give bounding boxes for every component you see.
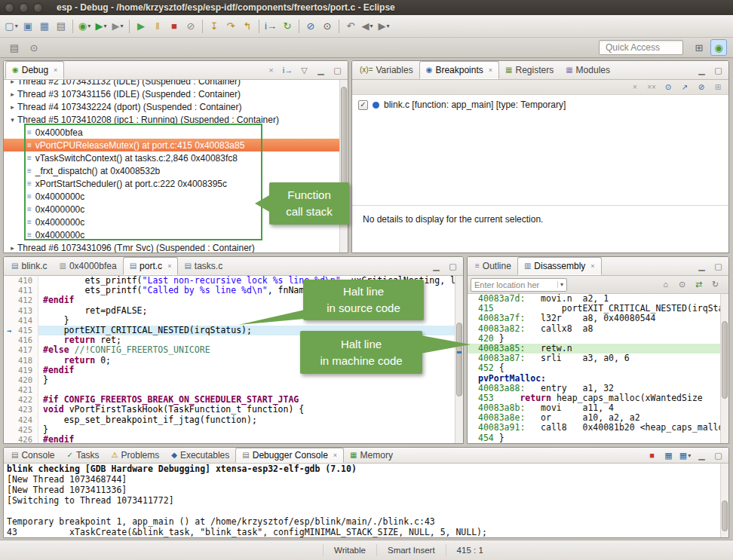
run-icon[interactable]: ▶▾ bbox=[93, 18, 109, 35]
breakpoint-list-item[interactable]: ✓ blink.c [function: app_main] [type: Te… bbox=[352, 95, 728, 115]
location-dropdown-icon[interactable]: ▾ bbox=[557, 281, 563, 288]
debug-stack-frame-row[interactable]: ≡0x4000bfea bbox=[4, 126, 339, 139]
close-tab-icon[interactable]: × bbox=[54, 66, 57, 74]
link-with-active-debug-context-icon[interactable]: ⇄ bbox=[692, 278, 705, 291]
toolbar-search-icon[interactable]: ⊙ bbox=[26, 39, 42, 56]
tab-registers[interactable]: ▦Registers bbox=[499, 61, 560, 79]
tab-problems[interactable]: ⚠Problems bbox=[106, 448, 166, 463]
show-breakpoints-supported-icon[interactable]: ⊙ bbox=[662, 81, 674, 93]
instruction-stepping-icon[interactable]: i→ bbox=[262, 18, 279, 35]
disassembly-listing[interactable]: 40083a7d: movi.n a2, 1415 portEXIT_CRITI… bbox=[468, 294, 720, 443]
skip-all-breakpoints-icon[interactable]: ⊘ bbox=[302, 18, 319, 35]
maximize-view-icon[interactable]: ▢ bbox=[446, 260, 459, 273]
restart-icon[interactable]: ↻ bbox=[279, 18, 296, 35]
suspend-icon[interactable]: ‖ bbox=[149, 18, 166, 35]
tab-port-c[interactable]: ▤port.c× bbox=[123, 257, 179, 275]
tab-console[interactable]: ▤Console bbox=[5, 448, 60, 463]
breakpoint-checkbox[interactable]: ✓ bbox=[358, 100, 368, 110]
forward-icon[interactable]: ▶▾ bbox=[376, 18, 392, 35]
debug-thread-row[interactable]: ▸Thread #4 1073432224 (dport) (Suspended… bbox=[4, 100, 339, 113]
save-icon[interactable]: ▣ bbox=[20, 18, 36, 35]
new-c-file-icon[interactable]: ▤ bbox=[6, 39, 23, 56]
tab-memory[interactable]: ▦Memory bbox=[344, 448, 399, 463]
debug-thread-row[interactable]: ▸Thread #2 1073431132 (IDLE) (Suspended … bbox=[4, 80, 339, 87]
step-into-icon[interactable]: ↧ bbox=[206, 18, 222, 35]
expand-all-icon[interactable]: ⊞ bbox=[712, 81, 724, 93]
display-selected-console-icon[interactable]: ▦ bbox=[662, 449, 675, 462]
close-tab-icon[interactable]: × bbox=[333, 451, 337, 459]
back-icon[interactable]: ◀▾ bbox=[359, 18, 376, 35]
minimize-view-icon[interactable]: ▁ bbox=[430, 260, 443, 273]
debugger-console-output[interactable]: blink checking [GDB Hardware Debugging] … bbox=[4, 464, 720, 537]
new-wizard-icon[interactable]: ▢▾ bbox=[3, 18, 20, 35]
instruction-stepping-mode-icon[interactable]: i→ bbox=[281, 64, 294, 77]
debug-view-menu-icon[interactable]: ▽ bbox=[298, 64, 311, 77]
go-to-file-for-breakpoint-icon[interactable]: ↗ bbox=[679, 81, 691, 93]
source-line[interactable]: 424 esp_set_breakpoint_if_jtag(function)… bbox=[4, 415, 455, 425]
terminate-console-icon[interactable]: ■ bbox=[646, 449, 658, 462]
quick-access-button[interactable]: Quick Access bbox=[599, 40, 683, 55]
step-over-icon[interactable]: ↷ bbox=[222, 18, 239, 35]
tab-disassembly[interactable]: ▥Disassembly× bbox=[517, 257, 602, 275]
remove-all-terminated-icon[interactable]: × bbox=[265, 64, 278, 77]
debug-stack-frame-row[interactable]: ≡_frxt_dispatch() at 0x4008532b bbox=[4, 164, 339, 177]
last-edit-location-icon[interactable]: ↶ bbox=[342, 18, 359, 35]
disconnect-icon[interactable]: ⊘ bbox=[182, 18, 199, 35]
maximize-view-icon[interactable]: ▢ bbox=[712, 260, 725, 273]
tab-debugger-console[interactable]: ▤Debugger Console× bbox=[235, 448, 344, 463]
maximize-view-icon[interactable]: ▢ bbox=[712, 449, 725, 462]
close-tab-icon[interactable]: × bbox=[489, 66, 492, 74]
debug-stack-frame-row[interactable]: ≡0x4000000c bbox=[4, 228, 339, 241]
debug-thread-row[interactable]: ▸Thread #3 1073431156 (IDLE) (Suspended … bbox=[4, 87, 339, 100]
print-icon[interactable]: ▤ bbox=[53, 18, 69, 35]
pin-view-icon[interactable]: ⊙ bbox=[676, 278, 689, 291]
tab-variables[interactable]: (x)=Variables bbox=[354, 61, 419, 79]
terminate-icon[interactable]: ■ bbox=[166, 18, 182, 35]
debug-perspective-icon[interactable]: ◉ bbox=[710, 39, 727, 56]
debug-thread-row[interactable]: ▸Thread #6 1073431096 (Tmr Svc) (Suspend… bbox=[4, 241, 339, 252]
remove-selected-breakpoints-icon[interactable]: × bbox=[629, 81, 641, 93]
step-return-icon[interactable]: ↰ bbox=[239, 18, 256, 35]
go-home-icon[interactable]: ⌂ bbox=[659, 278, 672, 291]
debug-thread-row[interactable]: ▾Thread #5 1073410208 (ipc1 : Running) (… bbox=[4, 113, 339, 126]
minimize-view-icon[interactable]: ▁ bbox=[314, 64, 327, 77]
window-close-button[interactable] bbox=[5, 3, 14, 13]
minimize-view-icon[interactable]: ▁ bbox=[695, 260, 708, 273]
window-minimize-button[interactable] bbox=[19, 3, 29, 13]
chevron-collapsed-icon[interactable]: ▸ bbox=[8, 244, 17, 252]
source-line[interactable]: 420} bbox=[4, 375, 455, 385]
source-line[interactable]: 426#endif bbox=[4, 435, 455, 443]
debug-scrollbar[interactable] bbox=[339, 80, 348, 252]
tab-modules[interactable]: ▦Modules bbox=[560, 61, 616, 79]
minimize-view-icon[interactable]: ▁ bbox=[695, 64, 708, 77]
maximize-view-icon[interactable]: ▢ bbox=[712, 64, 725, 77]
remove-all-breakpoints-icon[interactable]: ×× bbox=[646, 81, 658, 93]
window-maximize-button[interactable] bbox=[33, 3, 43, 13]
tab-debug[interactable]: ◉Debug× bbox=[5, 61, 64, 79]
chevron-expanded-icon[interactable]: ▾ bbox=[8, 116, 17, 124]
external-tools-icon[interactable]: ▶▾ bbox=[109, 18, 126, 35]
open-console-icon[interactable]: ▦▾ bbox=[679, 449, 692, 462]
tab-0x4000bfea[interactable]: ▥0x4000bfea bbox=[53, 257, 122, 275]
debug-stack-frame-row[interactable]: ≡vPortCPUReleaseMutex() at port.c:415 0x… bbox=[4, 139, 339, 151]
skip-all-breakpoints-icon[interactable]: ⊘ bbox=[695, 81, 707, 93]
close-tab-icon[interactable]: × bbox=[590, 262, 594, 270]
tab-executables[interactable]: ◆Executables bbox=[165, 448, 235, 463]
open-perspective-icon[interactable]: ⊞ bbox=[691, 39, 707, 56]
chevron-collapsed-icon[interactable]: ▸ bbox=[8, 80, 17, 85]
close-tab-icon[interactable]: × bbox=[167, 262, 171, 270]
refresh-view-icon[interactable]: ↻ bbox=[709, 278, 722, 291]
search-icon[interactable]: ⊙ bbox=[319, 18, 336, 35]
debug-icon[interactable]: ◉▾ bbox=[76, 18, 93, 35]
chevron-collapsed-icon[interactable]: ▸ bbox=[8, 103, 17, 111]
save-all-icon[interactable]: ▦ bbox=[36, 18, 53, 35]
debug-stack-frame-row[interactable]: ≡vTaskSwitchContext() at tasks.c:2,846 0… bbox=[4, 151, 339, 164]
tab-blink-c[interactable]: ▤blink.c bbox=[5, 257, 53, 275]
console-scrollbar[interactable] bbox=[720, 464, 728, 537]
maximize-view-icon[interactable]: ▢ bbox=[331, 64, 344, 77]
minimize-view-icon[interactable]: ▁ bbox=[695, 449, 708, 462]
resume-icon[interactable]: ▶ bbox=[133, 18, 149, 35]
editor-scrollbar[interactable] bbox=[455, 276, 463, 443]
chevron-collapsed-icon[interactable]: ▸ bbox=[8, 90, 17, 98]
location-input[interactable]: Enter location her ▾ bbox=[471, 278, 567, 292]
